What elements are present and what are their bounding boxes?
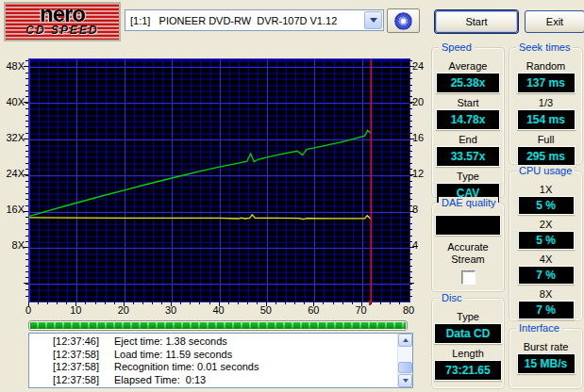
chevron-down-icon (370, 18, 377, 23)
accurate-stream-checkbox[interactable] (461, 270, 476, 285)
field-label: Burst rate (524, 340, 569, 353)
log-scrollbar[interactable] (397, 334, 412, 387)
x-axis-tick-label: 50 (252, 304, 280, 317)
interface-groupbox: Interface Burst rate15 MB/s (509, 328, 583, 389)
lcd-value-display: 33.57x (436, 146, 500, 167)
cd-disc-icon (394, 12, 412, 30)
y-axis-tick-label: 8X (0, 239, 25, 252)
cpu-usage-group-title: CPU usage (516, 165, 575, 177)
field-label: 1/3 (539, 96, 553, 109)
field-label: Average (449, 59, 488, 73)
accurate-stream-label: Accurate Stream (439, 241, 497, 266)
lcd-value-display: 14.78x (436, 109, 500, 130)
lcd-value-display: 25.38x (436, 73, 500, 93)
log-message: Recognition time: 0.01 seconds (99, 361, 259, 374)
field-label: Random (526, 59, 566, 73)
field-label: Full (538, 133, 555, 146)
chevron-up-icon (403, 338, 409, 342)
disc-fields: TypeData CDLength73:21.65 (432, 299, 504, 384)
disc-groupbox: Disc TypeData CDLength73:21.65 (431, 298, 505, 389)
speed-fields: Average25.38xStart14.78xEnd33.57xTypeCAV (432, 48, 504, 206)
seek-fields: Random137 ms1/3154 msFull295 ms (509, 48, 582, 170)
lcd-value-display: 137 ms (517, 73, 576, 93)
dae-quality-groupbox: DAE quality Accurate Stream (431, 203, 505, 292)
cpu-fields: 1X5 %2X5 %4X7 %8X7 % (509, 172, 582, 322)
y-axis-tick-label: 40X (0, 96, 25, 108)
progress-fill (30, 322, 406, 329)
lcd-value-display: 295 ms (517, 146, 576, 167)
lcd-value-display: 5 % (518, 231, 575, 250)
logo-text-cdspeed: CD SPEED (6, 24, 119, 36)
chevron-down-icon (403, 379, 409, 383)
test-progress-bar (28, 320, 408, 331)
seek-times-groupbox: Seek times Random137 ms1/3154 msFull295 … (509, 47, 583, 165)
start-button-label: Start (465, 16, 487, 27)
disc-group-title: Disc (439, 292, 464, 304)
speed-group-title: Speed (439, 41, 475, 54)
dae-quality-group-title: DAE quality (439, 197, 498, 209)
log-timestamp: [12:37:58] (29, 361, 99, 374)
field-label: Start (457, 96, 478, 109)
y-axis-tick-label: 16X (0, 204, 25, 216)
log-message: Load time: 11.59 seconds (99, 349, 232, 362)
scrollbar-down-button[interactable] (398, 374, 412, 387)
field-label: Type (457, 170, 479, 183)
x-axis-tick-label: 20 (109, 304, 138, 317)
interface-fields: Burst rate15 MB/s (509, 329, 582, 377)
scrollbar-thumb[interactable] (398, 362, 412, 373)
y-axis-tick-label: 32X (0, 132, 25, 144)
log-entry: [12:37:46]Eject time: 1.38 seconds (29, 335, 397, 349)
combobox-dropdown-button[interactable] (364, 11, 382, 29)
log-entry: [12:37:58]Recognition time: 0.01 seconds (29, 361, 397, 374)
lcd-value-display: 5 % (518, 196, 575, 215)
start-button[interactable]: Start (435, 10, 518, 33)
field-label: 2X (540, 218, 552, 231)
scrollbar-up-button[interactable] (398, 334, 412, 347)
x-axis-tick-label: 70 (347, 304, 375, 317)
log-timestamp: [12:37:58] (29, 374, 99, 387)
speed-groupbox: Speed Average25.38xStart14.78xEnd33.57xT… (431, 47, 505, 198)
lcd-value-display: 154 ms (517, 109, 576, 130)
field-label: 4X (540, 253, 552, 266)
field-label: Length (452, 347, 484, 360)
field-label: 1X (540, 183, 552, 196)
field-label: 8X (540, 287, 552, 301)
rotation-speed-line (29, 215, 371, 220)
lcd-value-display: 15 MB/s (517, 353, 576, 374)
transfer-rate-chart (28, 58, 410, 302)
lcd-value-display: 7 % (518, 266, 575, 285)
interface-group-title: Interface (516, 322, 562, 335)
y-axis-tick-label: 24X (0, 168, 25, 180)
lcd-value-display: 7 % (518, 301, 575, 319)
log-timestamp: [12:37:58] (29, 349, 99, 362)
x-axis-tick-label: 30 (157, 304, 185, 317)
disc-info-button[interactable] (387, 8, 420, 33)
cpu-usage-groupbox: CPU usage 1X5 %2X5 %4X7 %8X7 % (509, 171, 583, 321)
status-log-panel: [12:37:46]Eject time: 1.38 seconds[12:37… (28, 333, 413, 388)
seek-times-group-title: Seek times (516, 41, 573, 54)
x-axis-tick-label: 60 (299, 304, 327, 317)
nero-cd-speed-window: nero CD SPEED [1:1] PIONEER DVD-RW DVR-1… (0, 0, 584, 392)
log-entry: [12:37:58]Load time: 11.59 seconds (29, 349, 397, 362)
exit-button-label: Exit (546, 16, 563, 27)
field-label: Type (457, 310, 479, 323)
x-axis-tick-label: 40 (205, 304, 233, 317)
x-axis-tick-label: 80 (394, 304, 423, 317)
y-axis-tick-label: 48X (0, 60, 25, 73)
dae-quality-display (435, 215, 501, 236)
log-message: Eject time: 1.38 seconds (99, 335, 227, 349)
chart-lines (29, 59, 409, 302)
read-speed-line (29, 130, 371, 216)
drive-select-combobox[interactable]: [1:1] PIONEER DVD-RW DVR-107D V1.12 (125, 9, 384, 31)
log-entry: [12:37:58]Elapsed Time: 0:13 (29, 374, 397, 387)
logo-text-nero: nero (6, 4, 119, 24)
log-entries: [12:37:46]Eject time: 1.38 seconds[12:37… (29, 335, 397, 386)
drive-select-value: [1:1] PIONEER DVD-RW DVR-107D V1.12 (125, 15, 364, 26)
x-axis-tick-label: 10 (61, 304, 90, 317)
lcd-value-display: Data CD (434, 323, 502, 344)
x-axis-tick-label: 0 (14, 304, 42, 317)
log-message: Elapsed Time: 0:13 (99, 374, 206, 387)
log-timestamp: [12:37:46] (29, 335, 99, 349)
nero-cd-speed-logo: nero CD SPEED (4, 2, 121, 41)
exit-button[interactable]: Exit (525, 10, 584, 33)
